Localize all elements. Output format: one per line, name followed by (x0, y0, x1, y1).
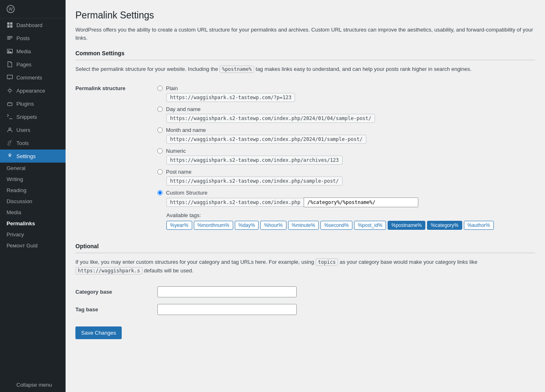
sidebar-item-dashboard[interactable]: Dashboard (0, 18, 66, 32)
radio-option-custom: Custom Structure https://waggishpark.s2-… (157, 190, 535, 207)
main-content: Permalink Settings WordPress offers you … (66, 0, 545, 392)
sidebar: W Dashboard Posts Media Pages Comments A… (0, 0, 66, 392)
radio-option-day-and-name: Day and name https://waggishpark.s2-tast… (157, 106, 535, 123)
radio-day-and-name[interactable] (157, 106, 163, 112)
radio-post-name[interactable] (157, 169, 163, 174)
submenu-item-discussion[interactable]: Discussion (0, 196, 66, 207)
url-preview-day-and-name: https://waggishpark.s2-tastewp.com/index… (166, 114, 375, 123)
submenu-item-reading[interactable]: Reading (0, 185, 66, 196)
category-base-row: Category base (75, 283, 535, 301)
submenu-item-writing[interactable]: Writing (0, 174, 66, 185)
submenu-item-general[interactable]: General (0, 163, 66, 174)
submenu-item-remont[interactable]: Ремонт Guid (0, 240, 66, 251)
svg-rect-9 (7, 103, 12, 105)
tag-author[interactable]: %author% (464, 221, 494, 230)
optional-description: If you like, you may enter custom struct… (75, 258, 535, 275)
category-base-input-cell (157, 283, 535, 301)
tag-monthnum[interactable]: %monthnum% (194, 221, 233, 230)
radio-month-and-name[interactable] (157, 127, 163, 133)
sidebar-item-plugins[interactable]: Plugins (0, 97, 66, 110)
submenu-item-privacy[interactable]: Privacy (0, 229, 66, 240)
permalink-structure-table: Permalink structure Plain https://waggis… (75, 82, 535, 233)
sidebar-item-media[interactable]: Media (0, 45, 66, 58)
optional-form-table: Category base Tag base (75, 283, 535, 318)
radio-label-custom[interactable]: Custom Structure (157, 190, 535, 196)
svg-rect-2 (7, 23, 10, 25)
sidebar-item-comments[interactable]: Comments (0, 71, 66, 84)
radio-plain[interactable] (157, 86, 163, 91)
radio-option-numeric: Numeric https://waggishpark.s2-tastewp.c… (157, 148, 535, 165)
sidebar-item-snippets[interactable]: Snippets (0, 110, 66, 123)
custom-url-input[interactable] (304, 197, 418, 207)
radio-option-month-and-name: Month and name https://waggishpark.s2-ta… (157, 127, 535, 144)
radio-label-month-and-name[interactable]: Month and name (157, 127, 535, 133)
svg-point-10 (9, 128, 11, 130)
submenu-item-permalinks[interactable]: Permalinks (0, 218, 66, 229)
tag-base-row: Tag base (75, 301, 535, 318)
sidebar-logo: W (0, 0, 66, 18)
custom-url-base: https://waggishpark.s2-tastewp.com/index… (166, 198, 304, 207)
sidebar-item-appearance[interactable]: Appearance (0, 84, 66, 97)
tag-base-label: Tag base (75, 301, 157, 318)
svg-rect-3 (10, 23, 13, 25)
svg-point-7 (8, 50, 9, 52)
tags-list: %year% %monthnum% %day% %hour% %minute% … (166, 221, 535, 230)
submenu-item-media[interactable]: Media (0, 207, 66, 218)
optional-section: Optional If you like, you may enter cust… (75, 243, 535, 340)
settings-submenu: General Writing Reading Discussion Media… (0, 163, 66, 251)
common-settings-description: Select the permalink structure for your … (75, 65, 535, 74)
tag-day[interactable]: %day% (235, 221, 259, 230)
custom-structure-row: https://waggishpark.s2-tastewp.com/index… (166, 197, 535, 207)
url-preview-numeric: https://waggishpark.s2-tastewp.com/index… (166, 156, 343, 165)
tag-minute[interactable]: %minute% (288, 221, 319, 230)
radio-label-numeric[interactable]: Numeric (157, 148, 535, 154)
radio-custom[interactable] (157, 190, 163, 195)
topics-code: topics (316, 258, 338, 266)
tag-base-input-cell (157, 301, 535, 318)
radio-numeric[interactable] (157, 148, 163, 154)
tag-hour[interactable]: %hour% (260, 221, 286, 230)
radio-option-plain: Plain https://waggishpark.s2-tastewp.com… (157, 85, 535, 102)
page-title: Permalink Settings (75, 10, 535, 21)
category-base-label: Category base (75, 283, 157, 301)
svg-text:W: W (9, 7, 13, 11)
optional-title: Optional (75, 243, 535, 253)
page-intro: WordPress offers you the ability to crea… (75, 26, 535, 42)
permalink-options-cell: Plain https://waggishpark.s2-tastewp.com… (157, 82, 535, 233)
sidebar-item-pages[interactable]: Pages (0, 58, 66, 71)
permalink-structure-label: Permalink structure (75, 82, 157, 233)
url-preview-plain: https://waggishpark.s2-tastewp.com/?p=12… (166, 93, 295, 102)
radio-label-day-and-name[interactable]: Day and name (157, 106, 535, 112)
save-changes-button[interactable]: Save Changes (75, 326, 122, 339)
sidebar-item-posts[interactable]: Posts (0, 32, 66, 45)
tag-category[interactable]: %category% (427, 221, 462, 230)
url-preview-month-and-name: https://waggishpark.s2-tastewp.com/index… (166, 135, 366, 144)
tag-base-input[interactable] (157, 304, 297, 315)
tag-postname[interactable]: %postname% (388, 221, 425, 230)
radio-option-post-name: Post name https://waggishpark.s2-tastewp… (157, 169, 535, 186)
sidebar-item-tools[interactable]: Tools (0, 136, 66, 150)
svg-point-8 (9, 89, 11, 92)
example-url-code: https://waggishpark.s (75, 267, 143, 274)
common-settings-title: Common Settings (75, 50, 535, 60)
postname-tag: %postname% (220, 66, 254, 73)
collapse-menu-button[interactable]: Collapse menu (0, 377, 66, 392)
tag-year[interactable]: %year% (166, 221, 192, 230)
available-tags-section: Available tags: %year% %monthnum% %day% … (166, 212, 535, 230)
sidebar-item-settings[interactable]: Settings (0, 150, 66, 163)
radio-label-post-name[interactable]: Post name (157, 169, 535, 175)
svg-rect-5 (10, 25, 13, 28)
settings-arrow-indicator (63, 154, 66, 159)
tag-second[interactable]: %second% (320, 221, 352, 230)
radio-label-plain[interactable]: Plain (157, 85, 535, 91)
url-preview-post-name: https://waggishpark.s2-tastewp.com/index… (166, 177, 343, 186)
permalink-structure-row: Permalink structure Plain https://waggis… (75, 82, 535, 233)
svg-rect-4 (7, 25, 10, 28)
category-base-input[interactable] (157, 286, 297, 297)
available-tags-label: Available tags: (166, 212, 535, 218)
sidebar-item-users[interactable]: Users (0, 123, 66, 136)
tag-post-id[interactable]: %post_id% (354, 221, 386, 230)
